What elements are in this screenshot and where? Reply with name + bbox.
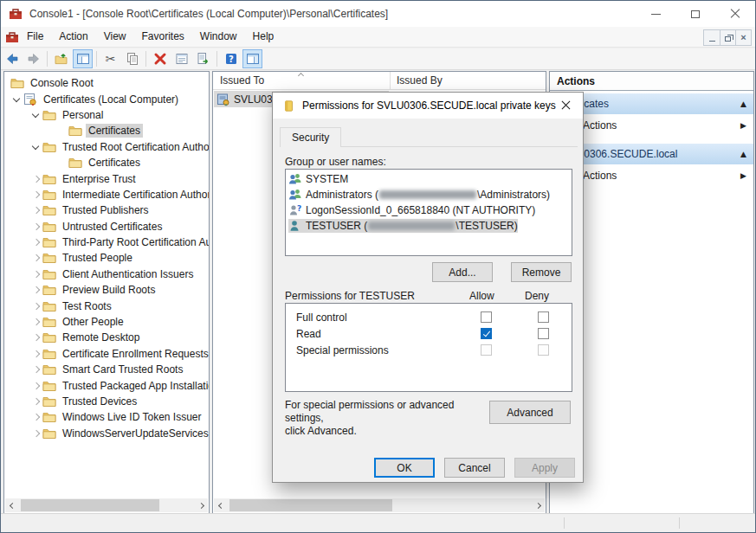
chevron-right-icon[interactable] bbox=[30, 269, 42, 279]
tree-item-client-auth-issuers[interactable]: Client Authentication Issuers bbox=[4, 266, 209, 282]
tree-item-windows-live-id[interactable]: Windows Live ID Token Issuer bbox=[4, 409, 209, 425]
export-list-button[interactable] bbox=[193, 49, 213, 68]
tree-item-enterprise-trust[interactable]: Enterprise Trust bbox=[4, 170, 209, 186]
show-hide-action-pane-button[interactable] bbox=[242, 49, 262, 68]
up-one-level-button[interactable] bbox=[51, 49, 71, 68]
tree-item-untrusted-certificates[interactable]: Untrusted Certificates bbox=[4, 219, 209, 234]
tree-item-trusted-root-certificates[interactable]: Certificates bbox=[4, 155, 209, 170]
properties-button[interactable] bbox=[171, 49, 191, 68]
ok-button[interactable]: OK bbox=[374, 458, 435, 478]
chevron-down-icon[interactable] bbox=[30, 142, 42, 152]
chevron-right-icon[interactable] bbox=[30, 317, 42, 327]
chevron-right-icon[interactable] bbox=[30, 189, 42, 200]
add-button[interactable]: Add... bbox=[432, 262, 493, 282]
menu-action[interactable]: Action bbox=[51, 27, 95, 47]
tree-item-cert-enrollment-requests[interactable]: Certificate Enrollment Requests bbox=[4, 346, 209, 362]
maximize-button[interactable] bbox=[675, 1, 715, 27]
chevron-right-icon[interactable] bbox=[30, 332, 42, 343]
menu-window[interactable]: Window bbox=[192, 27, 245, 47]
tab-security[interactable]: Security bbox=[280, 127, 341, 147]
cancel-button[interactable]: Cancel bbox=[444, 458, 505, 478]
mdi-restore-button[interactable] bbox=[720, 30, 735, 45]
menu-favorites[interactable]: Favorites bbox=[134, 27, 192, 47]
status-bar bbox=[1, 513, 755, 532]
chevron-down-icon[interactable] bbox=[30, 110, 42, 120]
advanced-button[interactable]: Advanced bbox=[489, 401, 571, 424]
chevron-right-icon[interactable] bbox=[30, 428, 42, 439]
tree-item-personal-certificates[interactable]: Certificates bbox=[4, 123, 209, 138]
tree-item-other-people[interactable]: Other People bbox=[4, 314, 209, 330]
forward-button[interactable] bbox=[23, 49, 43, 68]
user-row-testuser[interactable]: TESTUSER (\TESTUSER) bbox=[286, 218, 572, 234]
help-button[interactable] bbox=[221, 49, 241, 68]
chevron-right-icon[interactable] bbox=[30, 396, 42, 407]
chevron-right-icon[interactable] bbox=[30, 205, 42, 215]
tree-item-smart-card-trusted-roots[interactable]: Smart Card Trusted Roots bbox=[4, 362, 209, 377]
tree-item-third-party-root-ca[interactable]: Third-Party Root Certification Authoriti… bbox=[4, 234, 209, 250]
scroll-right-arrow[interactable] bbox=[531, 498, 545, 512]
tree-item-test-roots[interactable]: Test Roots bbox=[4, 298, 209, 313]
list-horizontal-scrollbar[interactable] bbox=[214, 498, 545, 512]
chevron-right-icon[interactable] bbox=[30, 174, 42, 184]
chevron-right-icon[interactable] bbox=[30, 349, 42, 359]
user-row-logonsession[interactable]: LogonSessionId_0_665818840 (NT AUTHORITY… bbox=[286, 202, 572, 218]
tree-item-trusted-publishers[interactable]: Trusted Publishers bbox=[4, 202, 209, 218]
menu-file[interactable]: File bbox=[19, 27, 51, 47]
remove-button[interactable]: Remove bbox=[511, 262, 572, 282]
tree-item-personal[interactable]: Personal bbox=[4, 107, 209, 123]
chevron-right-icon[interactable] bbox=[30, 412, 42, 422]
actions-pane-title: Actions bbox=[550, 72, 753, 91]
column-header-issued-by[interactable]: Issued By bbox=[390, 72, 537, 90]
back-button[interactable] bbox=[2, 49, 22, 68]
collapse-section-icon[interactable]: ▲ bbox=[740, 100, 746, 108]
tree-item-trusted-root-ca[interactable]: Trusted Root Certification Authorities bbox=[4, 139, 209, 155]
read-deny-checkbox[interactable] bbox=[538, 328, 549, 339]
full-control-allow-checkbox[interactable] bbox=[481, 311, 492, 323]
user-row-system[interactable]: SYSTEM bbox=[286, 171, 572, 187]
dialog-close-button[interactable] bbox=[548, 93, 583, 118]
scroll-left-arrow[interactable] bbox=[5, 498, 19, 512]
folder-icon bbox=[42, 251, 56, 265]
chevron-right-icon[interactable] bbox=[30, 285, 42, 295]
tree-item-intermediate-ca[interactable]: Intermediate Certification Authorities bbox=[4, 187, 209, 202]
minimize-button[interactable] bbox=[636, 1, 675, 27]
menu-help[interactable]: Help bbox=[245, 27, 282, 47]
user-row-administrators[interactable]: Administrators (\Administrators) bbox=[286, 187, 572, 202]
group-user-listbox[interactable]: SYSTEM Administrators (\Administrators) … bbox=[285, 169, 572, 256]
properties-icon bbox=[175, 52, 189, 66]
scroll-right-arrow[interactable] bbox=[194, 498, 208, 512]
chevron-right-icon[interactable] bbox=[30, 253, 42, 263]
tree-horizontal-scrollbar[interactable] bbox=[5, 498, 208, 512]
chevron-right-icon[interactable] bbox=[30, 364, 42, 375]
menu-view[interactable]: View bbox=[96, 27, 134, 47]
copy-button[interactable] bbox=[122, 49, 142, 68]
tree-item-trusted-packaged-apps[interactable]: Trusted Packaged App Installation Author… bbox=[4, 377, 209, 393]
mdi-close-button[interactable]: × bbox=[735, 30, 751, 45]
tree-item-preview-build-roots[interactable]: Preview Build Roots bbox=[4, 282, 209, 298]
close-button[interactable] bbox=[715, 1, 755, 27]
mdi-close-icon: × bbox=[740, 33, 746, 42]
chevron-right-icon[interactable] bbox=[30, 237, 42, 247]
tree-item-wsus[interactable]: WindowsServerUpdateServices bbox=[4, 426, 209, 441]
chevron-right-icon[interactable] bbox=[30, 301, 42, 311]
scrollbar-thumb[interactable] bbox=[229, 499, 392, 511]
tree-item-remote-desktop[interactable]: Remote Desktop bbox=[4, 330, 209, 345]
read-allow-checkbox[interactable] bbox=[481, 328, 492, 339]
collapse-section-icon[interactable]: ▲ bbox=[740, 150, 746, 158]
tree-item-trusted-devices[interactable]: Trusted Devices bbox=[4, 394, 209, 409]
tree-item-console-root[interactable]: Console Root bbox=[4, 75, 209, 91]
scroll-left-arrow[interactable] bbox=[214, 498, 228, 512]
cut-button[interactable]: ✂ bbox=[100, 49, 120, 68]
full-control-deny-checkbox[interactable] bbox=[538, 311, 549, 323]
chevron-down-icon[interactable] bbox=[11, 94, 23, 105]
chevron-right-icon[interactable] bbox=[30, 381, 42, 391]
chevron-right-icon[interactable] bbox=[30, 222, 42, 232]
tree-item-certificates-local-computer[interactable]: Certificates (Local Computer) bbox=[4, 91, 209, 106]
up-one-level-icon bbox=[55, 52, 68, 66]
delete-button[interactable] bbox=[150, 49, 170, 68]
mdi-minimize-button[interactable] bbox=[704, 30, 720, 45]
mmc-child-icon[interactable] bbox=[5, 30, 19, 44]
show-hide-console-tree-button[interactable] bbox=[73, 49, 93, 68]
tree-item-trusted-people[interactable]: Trusted People bbox=[4, 250, 209, 266]
scrollbar-thumb[interactable] bbox=[21, 499, 159, 511]
